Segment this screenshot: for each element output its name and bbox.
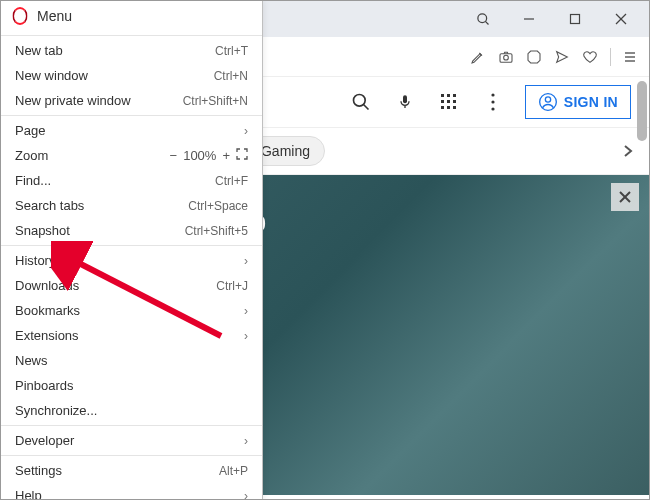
vertical-scrollbar[interactable] xyxy=(637,81,647,141)
menu-shortcut: Ctrl+Shift+5 xyxy=(185,224,248,238)
menu-item-new-tab[interactable]: New tab Ctrl+T xyxy=(1,38,262,63)
apps-grid-icon[interactable] xyxy=(437,90,461,114)
search-icon[interactable] xyxy=(349,90,373,114)
chips-next-button[interactable] xyxy=(613,136,643,166)
app-menu: Menu New tab Ctrl+T New window Ctrl+N Ne… xyxy=(1,1,263,500)
menu-separator xyxy=(1,455,262,456)
easy-setup-icon[interactable] xyxy=(623,50,637,64)
svg-rect-22 xyxy=(447,106,450,109)
zoom-in-button[interactable]: + xyxy=(222,148,230,163)
menu-item-help[interactable]: Help › xyxy=(1,483,262,500)
svg-rect-23 xyxy=(453,106,456,109)
menu-item-label: Search tabs xyxy=(15,198,84,213)
svg-line-13 xyxy=(363,105,368,110)
zoom-out-button[interactable]: − xyxy=(170,148,178,163)
menu-title: Menu xyxy=(37,8,72,24)
kebab-menu-icon[interactable] xyxy=(481,90,505,114)
svg-point-24 xyxy=(491,93,494,96)
menu-separator xyxy=(1,35,262,36)
menu-shortcut: Ctrl+Shift+N xyxy=(183,94,248,108)
menu-item-label: Bookmarks xyxy=(15,303,80,318)
svg-point-0 xyxy=(477,13,486,22)
chevron-right-icon: › xyxy=(244,124,248,138)
search-icon[interactable] xyxy=(469,5,497,33)
menu-item-page[interactable]: Page › xyxy=(1,118,262,143)
chevron-right-icon: › xyxy=(244,489,248,501)
menu-separator xyxy=(1,115,262,116)
separator xyxy=(610,48,611,66)
opera-logo-icon xyxy=(12,7,27,25)
menu-item-find[interactable]: Find... Ctrl+F xyxy=(1,168,262,193)
adblock-icon[interactable] xyxy=(526,49,542,65)
svg-marker-8 xyxy=(528,51,540,63)
edit-icon[interactable] xyxy=(470,49,486,65)
heart-icon[interactable] xyxy=(582,49,598,65)
menu-item-history[interactable]: History › xyxy=(1,248,262,273)
menu-item-label: Developer xyxy=(15,433,74,448)
svg-point-12 xyxy=(353,95,365,107)
svg-rect-19 xyxy=(447,100,450,103)
svg-point-28 xyxy=(545,97,550,102)
menu-item-label: Downloads xyxy=(15,278,79,293)
svg-rect-14 xyxy=(403,95,407,103)
menu-item-label: Find... xyxy=(15,173,51,188)
menu-item-label: New window xyxy=(15,68,88,83)
menu-item-label: Help xyxy=(15,488,42,500)
svg-rect-20 xyxy=(453,100,456,103)
menu-item-bookmarks[interactable]: Bookmarks › xyxy=(1,298,262,323)
maximize-button[interactable] xyxy=(561,5,589,33)
menu-item-settings[interactable]: Settings Alt+P xyxy=(1,458,262,483)
sign-in-button[interactable]: SIGN IN xyxy=(525,85,631,119)
svg-rect-15 xyxy=(441,94,444,97)
banner-close-button[interactable] xyxy=(611,183,639,211)
send-icon[interactable] xyxy=(554,49,570,65)
menu-item-label: Extensions xyxy=(15,328,79,343)
menu-item-synchronize[interactable]: Synchronize... xyxy=(1,398,262,423)
minimize-button[interactable] xyxy=(515,5,543,33)
svg-point-7 xyxy=(504,55,509,60)
svg-rect-21 xyxy=(441,106,444,109)
menu-item-zoom[interactable]: Zoom − 100% + xyxy=(1,143,262,168)
svg-point-26 xyxy=(491,107,494,110)
menu-shortcut: Ctrl+F xyxy=(215,174,248,188)
menu-item-label: New private window xyxy=(15,93,131,108)
menu-item-news[interactable]: News xyxy=(1,348,262,373)
menu-item-search-tabs[interactable]: Search tabs Ctrl+Space xyxy=(1,193,262,218)
voice-search-icon[interactable] xyxy=(393,90,417,114)
menu-shortcut: Ctrl+Space xyxy=(188,199,248,213)
menu-item-label: New tab xyxy=(15,43,63,58)
menu-shortcut: Ctrl+J xyxy=(216,279,248,293)
menu-separator xyxy=(1,245,262,246)
menu-item-pinboards[interactable]: Pinboards xyxy=(1,373,262,398)
fullscreen-icon[interactable] xyxy=(236,148,248,163)
menu-item-label: Zoom xyxy=(15,148,48,163)
menu-item-label: Synchronize... xyxy=(15,403,97,418)
svg-rect-17 xyxy=(453,94,456,97)
menu-separator xyxy=(1,425,262,426)
menu-item-label: Pinboards xyxy=(15,378,74,393)
svg-rect-3 xyxy=(571,15,580,24)
svg-point-25 xyxy=(491,100,494,103)
menu-item-label: Settings xyxy=(15,463,62,478)
svg-rect-16 xyxy=(447,94,450,97)
menu-header: Menu xyxy=(1,1,262,33)
menu-item-downloads[interactable]: Downloads Ctrl+J xyxy=(1,273,262,298)
menu-item-new-window[interactable]: New window Ctrl+N xyxy=(1,63,262,88)
menu-item-new-private-window[interactable]: New private window Ctrl+Shift+N xyxy=(1,88,262,113)
chevron-right-icon: › xyxy=(244,254,248,268)
menu-item-developer[interactable]: Developer › xyxy=(1,428,262,453)
zoom-value: 100% xyxy=(183,148,216,163)
menu-item-snapshot[interactable]: Snapshot Ctrl+Shift+5 xyxy=(1,218,262,243)
menu-item-extensions[interactable]: Extensions › xyxy=(1,323,262,348)
close-button[interactable] xyxy=(607,5,635,33)
menu-item-label: History xyxy=(15,253,55,268)
menu-shortcut: Ctrl+T xyxy=(215,44,248,58)
menu-item-label: News xyxy=(15,353,48,368)
chevron-right-icon: › xyxy=(244,329,248,343)
menu-item-label: Page xyxy=(15,123,45,138)
svg-line-1 xyxy=(485,21,488,24)
menu-shortcut: Alt+P xyxy=(219,464,248,478)
camera-icon[interactable] xyxy=(498,49,514,65)
sign-in-label: SIGN IN xyxy=(564,94,618,110)
menu-shortcut: Ctrl+N xyxy=(214,69,248,83)
